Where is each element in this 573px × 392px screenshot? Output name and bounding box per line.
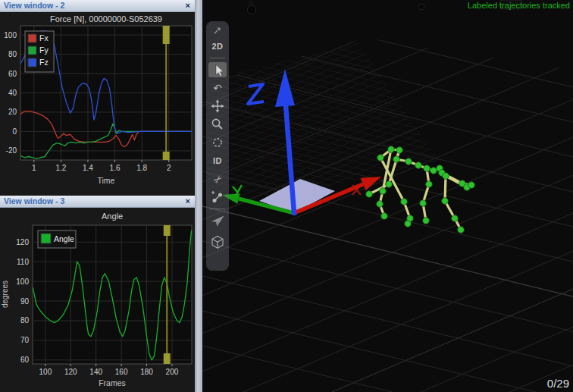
toolbar-divider <box>210 209 225 209</box>
svg-text:1.8: 1.8 <box>136 164 147 172</box>
crosshair-circle-icon <box>211 136 224 149</box>
view-window-3-titlebar[interactable]: View window - 3 × <box>0 196 195 208</box>
collapse-toolbar-icon[interactable] <box>208 24 227 37</box>
svg-text:40: 40 <box>8 89 17 97</box>
svg-text:Angle: Angle <box>102 212 123 221</box>
svg-text:Angle: Angle <box>54 234 74 243</box>
svg-text:160: 160 <box>115 368 128 376</box>
svg-text:140: 140 <box>89 368 102 376</box>
view-window-2-titlebar[interactable]: View window - 2 × <box>0 0 195 12</box>
close-icon[interactable]: × <box>186 196 190 207</box>
svg-text:Fz: Fz <box>39 58 49 67</box>
force-chart[interactable]: 11.21.41.61.82100806040200-20Force [N], … <box>0 12 195 195</box>
angle-chart[interactable]: 10012014016018020012011010090807060Angle… <box>0 208 195 392</box>
tool-undo[interactable]: ↶ <box>208 79 227 97</box>
svg-text:2: 2 <box>167 164 171 172</box>
svg-text:0: 0 <box>12 127 17 136</box>
svg-text:Time: Time <box>98 176 115 185</box>
toolbar-divider <box>210 58 225 58</box>
selected-tool-highlight <box>208 62 227 77</box>
tool-3d-volume[interactable] <box>208 233 227 251</box>
svg-text:110: 110 <box>17 258 29 266</box>
svg-text:20: 20 <box>8 108 17 116</box>
frame-counter: 0/29 <box>547 377 569 390</box>
plot-dock: View window - 2 × 11.21.41.61.8210080604… <box>0 0 195 392</box>
svg-text:60: 60 <box>20 356 30 364</box>
svg-text:100: 100 <box>16 278 29 286</box>
tool-translate[interactable] <box>208 97 227 115</box>
svg-text:80: 80 <box>8 50 17 58</box>
close-icon[interactable]: × <box>186 0 190 11</box>
view-window-3-title: View window - 3 <box>4 196 64 207</box>
svg-text:70: 70 <box>20 336 30 344</box>
svg-text:80: 80 <box>20 316 30 325</box>
svg-text:1: 1 <box>32 164 36 172</box>
svg-text:200: 200 <box>166 368 179 376</box>
3d-toolbar: 2D ↶ <box>206 21 229 271</box>
svg-text:90: 90 <box>20 297 30 306</box>
application-window: View window - 2 × 11.21.41.61.8210080604… <box>0 0 573 392</box>
move-arrows-icon <box>211 99 224 113</box>
cube-icon <box>211 235 224 249</box>
view-window-2-title: View window - 2 <box>4 0 64 11</box>
3d-viewport[interactable]: 2D ↶ <box>202 0 573 392</box>
svg-text:100: 100 <box>39 368 52 376</box>
svg-text:Fx: Fx <box>39 33 49 42</box>
tool-fly-navigation[interactable] <box>208 212 227 230</box>
trajectory-points-icon <box>211 190 224 204</box>
svg-text:1.4: 1.4 <box>83 164 93 172</box>
tool-identify[interactable]: ID <box>208 152 227 170</box>
svg-text:Force [N], 00000000-S052639: Force [N], 00000000-S052639 <box>50 14 162 24</box>
cursor-arrow-icon <box>211 63 224 77</box>
svg-text:degrees: degrees <box>1 281 9 308</box>
tool-center-view[interactable] <box>208 133 227 152</box>
view-window-3: View window - 3 × 1001201401601802001201… <box>0 196 195 392</box>
tool-zoom[interactable] <box>208 115 227 133</box>
svg-text:60: 60 <box>8 70 17 78</box>
paper-plane-icon <box>211 214 225 227</box>
svg-text:120: 120 <box>64 368 77 376</box>
scissors-icon: ✂ <box>211 172 224 187</box>
svg-text:180: 180 <box>140 368 153 376</box>
svg-text:Fy: Fy <box>39 45 49 55</box>
3d-scene[interactable] <box>202 0 573 392</box>
svg-text:1.6: 1.6 <box>110 164 121 172</box>
svg-text:120: 120 <box>16 238 29 246</box>
tool-join-trajectory[interactable] <box>208 188 227 206</box>
svg-text:Frames: Frames <box>99 378 126 387</box>
view-window-2: View window - 2 × 11.21.41.61.8210080604… <box>0 0 195 195</box>
magnifier-icon <box>211 118 224 131</box>
tracking-status-label: Labeled trajectories tracked <box>468 1 570 10</box>
svg-text:100: 100 <box>4 31 17 39</box>
svg-text:1.2: 1.2 <box>55 164 66 172</box>
tool-cut-trajectory[interactable]: ✂ <box>208 170 227 188</box>
tool-select[interactable] <box>208 61 227 79</box>
svg-text:-20: -20 <box>6 146 17 155</box>
dock-splitter[interactable] <box>195 0 202 392</box>
undo-arrow-icon: ↶ <box>213 82 222 94</box>
tool-2d-view[interactable]: 2D <box>208 37 227 55</box>
